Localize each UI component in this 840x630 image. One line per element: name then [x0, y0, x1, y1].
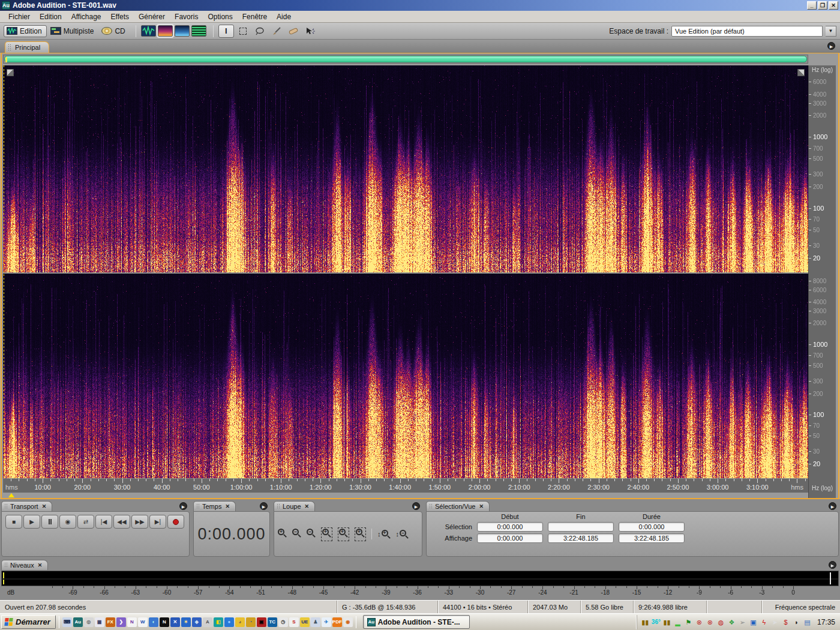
menu-effets[interactable]: Effets — [106, 11, 134, 22]
menu-fichier[interactable]: Fichier — [4, 11, 35, 22]
play-from-cursor-button[interactable]: ◉ — [59, 515, 76, 529]
corner-handle-top-left[interactable] — [7, 69, 14, 76]
quicklaunch-icon-17[interactable]: ◔ — [246, 617, 256, 627]
zoom-full-button[interactable]: – — [307, 529, 316, 540]
quicklaunch-icon-24[interactable]: ✈ — [322, 617, 331, 627]
loupe-tab[interactable]: Loupe ✕ — [274, 501, 315, 511]
tray-icon-7[interactable]: ➢ — [738, 617, 747, 627]
quicklaunch-icon-5[interactable]: ❯ — [116, 617, 126, 627]
zoom-to-selection-button[interactable]: + — [321, 527, 332, 541]
fast-forward-button[interactable]: ▶▶ — [131, 515, 148, 529]
quicklaunch-icon-4[interactable]: FX — [106, 617, 115, 627]
niveaux-tab[interactable]: Niveaux ✕ — [1, 560, 48, 570]
affichage-durée-field[interactable]: 3:22:48.185 — [619, 533, 685, 543]
horizontal-scrollbar-track[interactable] — [3, 55, 808, 64]
niveaux-close-icon[interactable]: ✕ — [38, 562, 43, 568]
menu-favoris[interactable]: Favoris — [170, 11, 203, 22]
quicklaunch-icon-15[interactable]: ● — [224, 617, 234, 627]
waveform-view-button[interactable] — [141, 25, 156, 37]
spectrogram-left-channel[interactable] — [3, 65, 808, 272]
quicklaunch-icon-3[interactable]: ▦ — [95, 617, 104, 627]
zoom-selection-right-button[interactable]: + — [355, 527, 366, 541]
quicklaunch-icon-9[interactable]: N — [160, 617, 169, 627]
quicklaunch-icon-8[interactable]: ◐ — [149, 617, 158, 627]
menu-fenêtre[interactable]: Fenêtre — [238, 11, 272, 22]
tray-icon-6[interactable]: ❖ — [727, 617, 736, 627]
go-to-end-button[interactable]: ▶| — [149, 515, 166, 529]
transport-close-icon[interactable]: ✕ — [42, 503, 47, 509]
selection-vue-panel-menu-button[interactable]: ▶ — [829, 502, 836, 510]
temps-tab[interactable]: Temps ✕ — [193, 501, 236, 511]
effects-brush-tool[interactable] — [269, 25, 284, 38]
menu-générer[interactable]: Générer — [134, 11, 170, 22]
zoom-in-vertical-button[interactable]: ↕+ — [377, 530, 391, 539]
quicklaunch-icon-6[interactable]: N — [127, 617, 137, 627]
affichage-fin-field[interactable]: 3:22:48.185 — [548, 533, 614, 543]
spectrogram-area[interactable]: hmshms10:0020:0030:0040:0050:001:00:001:… — [3, 65, 808, 498]
zoom-in-button[interactable]: + — [278, 529, 287, 540]
tray-icon-5[interactable]: ◍ — [716, 617, 725, 627]
corner-handle-top-right[interactable] — [797, 69, 805, 76]
task-button-audition[interactable]: Au Adobe Audition - STE-... — [363, 615, 470, 629]
scrub-tool[interactable] — [302, 25, 318, 38]
lasso-selection-tool[interactable] — [252, 25, 268, 38]
transport-tab[interactable]: Transport ✕ — [1, 501, 52, 511]
pause-button[interactable] — [41, 515, 58, 529]
selection-vue-close-icon[interactable]: ✕ — [479, 503, 484, 509]
transport-panel-menu-button[interactable]: ▶ — [179, 502, 187, 510]
quicklaunch-icon-14[interactable]: ◧ — [214, 617, 223, 627]
sélection-fin-field[interactable] — [548, 522, 614, 532]
tray-icon-3[interactable]: ⊗ — [695, 617, 704, 627]
temps-close-icon[interactable]: ✕ — [225, 503, 230, 509]
time-ruler[interactable]: hmshms10:0020:0030:0040:0050:001:00:001:… — [3, 478, 808, 493]
tray-icon-meter[interactable]: ▮▮ — [641, 617, 650, 627]
quicklaunch-icon-1[interactable]: Au — [73, 617, 83, 627]
quicklaunch-icon-16[interactable]: ◕ — [235, 617, 245, 627]
menu-affichage[interactable]: Affichage — [67, 11, 106, 22]
spectrogram-right-channel[interactable] — [3, 274, 808, 478]
quicklaunch-icon-2[interactable]: ◎ — [84, 617, 94, 627]
minimize-button[interactable]: _ — [807, 1, 817, 10]
tray-icon-12[interactable]: ◗ — [792, 617, 801, 627]
tray-weather-badge[interactable]: 36° — [652, 619, 661, 625]
menu-aide[interactable]: Aide — [272, 11, 296, 22]
tray-icon-10[interactable]: ➤ — [770, 617, 779, 627]
zoom-out-vertical-button[interactable]: ↕– — [396, 530, 409, 539]
spectral-view-button[interactable] — [158, 25, 173, 37]
tray-icon-1[interactable]: ▂ — [673, 617, 682, 627]
quicklaunch-icon-10[interactable]: ✕ — [170, 617, 180, 627]
rewind-button[interactable]: ◀◀ — [113, 515, 130, 529]
start-button[interactable]: Démarrer — [1, 615, 56, 629]
playhead-cursor[interactable] — [4, 65, 4, 478]
tray-icon-13[interactable]: ▤ — [803, 617, 812, 627]
time-selection-tool[interactable]: I — [218, 25, 234, 38]
level-meter[interactable] — [1, 571, 839, 586]
mode-cd-button[interactable]: CD — [99, 26, 129, 37]
quicklaunch-icon-11[interactable]: ✶ — [181, 617, 191, 627]
tab-principal[interactable]: Principal — [5, 41, 49, 53]
tray-icon-2[interactable]: ⚑ — [684, 617, 693, 627]
quicklaunch-icon-19[interactable]: TC — [268, 617, 277, 627]
affichage-début-field[interactable]: 0:00.000 — [477, 533, 543, 543]
loupe-panel-menu-button[interactable]: ▶ — [412, 502, 420, 510]
quicklaunch-icon-7[interactable]: W — [138, 617, 148, 627]
workspace-select[interactable]: Vue Edition (par défaut) — [671, 26, 823, 37]
playhead-bottom-marker[interactable] — [8, 493, 14, 497]
quicklaunch-icon-20[interactable]: ◷ — [278, 617, 288, 627]
loupe-close-icon[interactable]: ✕ — [305, 503, 310, 509]
frequency-ruler-column[interactable]: Hz (log)60004000300020001000700500300200… — [808, 65, 836, 498]
tray-icon-8[interactable]: ▣ — [749, 617, 758, 627]
tray-icon-4[interactable]: ⊗ — [706, 617, 715, 627]
sélection-début-field[interactable]: 0:00.000 — [477, 522, 543, 532]
quicklaunch-icon-23[interactable]: ♟ — [311, 617, 320, 627]
zoom-out-button[interactable]: – — [292, 529, 301, 540]
quicklaunch-icon-26[interactable]: ◉ — [343, 617, 353, 627]
tray-icon-0[interactable]: ▮▮ — [662, 617, 671, 627]
quicklaunch-icon-22[interactable]: UE — [300, 617, 310, 627]
bottom-marker-strip[interactable] — [3, 493, 808, 498]
spot-healing-tool[interactable] — [286, 25, 301, 38]
main-panel-menu-button[interactable]: ▶ — [827, 42, 835, 50]
zoom-selection-left-button[interactable]: + — [338, 527, 349, 541]
workspace-dropdown-arrow[interactable]: ▼ — [826, 26, 836, 37]
tray-icon-9[interactable]: ϟ — [760, 617, 769, 627]
